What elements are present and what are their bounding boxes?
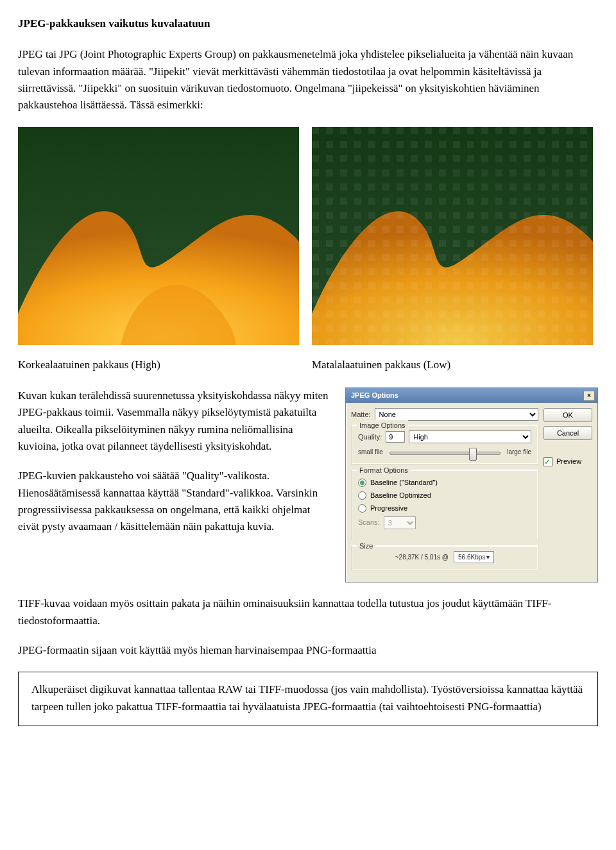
image-low-quality <box>312 127 593 345</box>
matte-label: Matte: <box>351 409 371 420</box>
paragraph-3: TIFF-kuvaa voidaan myös osittain pakata … <box>18 595 598 629</box>
caption-row: Korkealaatuinen pakkaus (High) Matalalaa… <box>18 357 598 373</box>
image-high-quality <box>18 127 299 345</box>
quality-label: Quality: <box>358 432 382 443</box>
radio-baseline-standard-label: Baseline ("Standard") <box>370 477 438 488</box>
quality-slider[interactable] <box>389 448 501 457</box>
caption-low: Matalalaatuinen pakkaus (Low) <box>312 357 593 373</box>
tip-text: Alkuperäiset digikuvat kannattaa tallent… <box>31 683 583 712</box>
size-group: ~28,37K / 5,01s @ 56.6Kbps ▾ <box>351 545 538 571</box>
scans-label: Scans: <box>358 517 380 528</box>
quality-preset-select[interactable]: High <box>409 430 531 443</box>
chevron-down-icon: ▾ <box>486 552 490 563</box>
radio-baseline-optimized-label: Baseline Optimized <box>370 490 431 501</box>
image-options-group: Quality: High small file large file <box>351 425 538 464</box>
close-icon[interactable]: × <box>583 391 595 401</box>
format-options-group: Baseline ("Standard") Baseline Optimized… <box>351 470 538 540</box>
size-estimate: ~28,37K / 5,01s @ <box>395 552 449 563</box>
paragraph-4: JPEG-formaatin sijaan voit käyttää myös … <box>18 642 598 659</box>
page-title: JPEG-pakkauksen vaikutus kuvalaatuun <box>18 15 598 32</box>
example-images <box>18 127 598 345</box>
caption-high: Korkealaatuinen pakkaus (High) <box>18 357 299 373</box>
dialog-titlebar: JPEG Options × <box>346 388 597 403</box>
radio-baseline-optimized[interactable] <box>358 491 366 500</box>
tip-box: Alkuperäiset digikuvat kannattaa tallent… <box>18 672 598 726</box>
radio-progressive[interactable] <box>358 504 366 513</box>
quality-input[interactable] <box>386 431 405 443</box>
svg-rect-5 <box>312 127 593 345</box>
cancel-button[interactable]: Cancel <box>543 426 592 440</box>
slider-thumb-icon[interactable] <box>469 448 477 461</box>
large-file-label: large file <box>507 447 531 457</box>
radio-progressive-label: Progressive <box>370 503 407 514</box>
small-file-label: small file <box>358 447 383 457</box>
scans-select: 3 <box>384 516 416 529</box>
ok-button[interactable]: OK <box>543 408 592 422</box>
radio-baseline-standard[interactable] <box>358 479 366 487</box>
size-rate-select[interactable]: 56.6Kbps ▾ <box>454 551 494 564</box>
matte-select[interactable]: None <box>375 408 538 421</box>
preview-checkbox[interactable] <box>543 457 552 466</box>
intro-paragraph: JPEG tai JPG (Joint Photographic Experts… <box>18 46 598 114</box>
jpeg-options-dialog: JPEG Options × Matte: None Quality: High <box>345 387 598 582</box>
dialog-title-text: JPEG Options <box>351 390 398 401</box>
paragraph-2b: JPEG-kuvien pakkausteho voi säätää "Qual… <box>18 468 332 535</box>
paragraph-2a: Kuvan kukan terälehdissä suurennetussa y… <box>18 387 332 455</box>
preview-label: Preview <box>556 456 581 467</box>
